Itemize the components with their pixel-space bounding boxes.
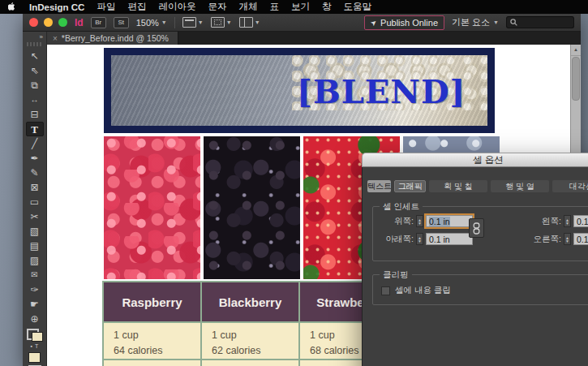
table-cell[interactable] bbox=[202, 360, 298, 366]
panel-collapse-button[interactable]: » bbox=[23, 33, 46, 41]
menu-indesign[interactable]: InDesign CC bbox=[29, 2, 84, 12]
publish-online-button[interactable]: ➤ Publish Online bbox=[364, 15, 444, 30]
fill-stroke-swatches[interactable] bbox=[27, 329, 43, 342]
close-tab-icon[interactable]: × bbox=[53, 34, 58, 43]
workspace-label: 기본 요소 bbox=[452, 16, 490, 28]
menubar: InDesign CC 파일 편집 레이아웃 문자 개체 표 보기 창 도움말 bbox=[0, 0, 588, 14]
view-options-dropdown[interactable]: ▼ bbox=[182, 17, 204, 28]
pencil-tool[interactable]: ✎ bbox=[26, 166, 44, 180]
menu-help[interactable]: 도움말 bbox=[343, 1, 371, 13]
menu-object[interactable]: 개체 bbox=[238, 1, 257, 13]
bridge-button[interactable]: Br bbox=[91, 17, 106, 28]
zoom-level-dropdown[interactable]: 150% ▼ bbox=[136, 18, 167, 28]
direct-selection-tool[interactable]: ⇖ bbox=[26, 63, 44, 78]
tab-strokes-fills[interactable]: 획 및 칠 bbox=[429, 180, 487, 192]
clip-contents-label: 셀에 내용 클립 bbox=[395, 285, 451, 296]
inset-bottom-value: 0.1 in bbox=[429, 235, 450, 244]
content-collector-tool[interactable]: ⊟ bbox=[26, 107, 44, 122]
inset-bottom-field[interactable]: 0.1 in bbox=[426, 233, 473, 245]
chevron-down-icon: ▼ bbox=[161, 19, 167, 25]
inset-left-field[interactable]: 0.1 in bbox=[573, 215, 588, 227]
table-cell[interactable]: 1 cup 62 calories bbox=[202, 323, 298, 359]
calorie-count: 68 calories bbox=[310, 345, 358, 356]
clip-contents-checkbox[interactable] bbox=[381, 286, 390, 295]
workspace-switcher[interactable]: 기본 요소 ▼ bbox=[452, 16, 499, 28]
app-bar: Id Br St 150% ▼ ▼ ▼ ▼ ➤ Publ bbox=[23, 14, 581, 32]
inset-right-row: 오른쪽: ▲▼ 0.1 in bbox=[524, 233, 588, 245]
formatting-affects-container-icon[interactable]: ▪ bbox=[31, 343, 32, 349]
screen-mode-icon bbox=[211, 17, 225, 28]
menu-table[interactable]: 표 bbox=[269, 1, 279, 13]
tab-text[interactable]: 텍스트 bbox=[367, 180, 391, 192]
fill-swatch[interactable] bbox=[32, 332, 43, 342]
menu-type[interactable]: 문자 bbox=[208, 1, 226, 13]
gap-tool[interactable]: ↔ bbox=[26, 93, 44, 107]
menu-view[interactable]: 보기 bbox=[291, 1, 310, 13]
gradient-swatch-tool[interactable]: ▤ bbox=[26, 239, 44, 253]
clipping-legend: 클리핑 bbox=[380, 269, 412, 281]
eyedropper-tool[interactable]: ✑ bbox=[26, 282, 44, 297]
table-header-cell[interactable]: Blackberry bbox=[202, 282, 298, 321]
inset-bottom-label: 아래쪽: bbox=[376, 234, 414, 245]
chain-link-icon bbox=[473, 222, 480, 235]
inset-right-field[interactable]: 0.1 in bbox=[573, 233, 588, 245]
arrange-documents-icon bbox=[239, 17, 253, 28]
blend-banner-frame[interactable]: [BLEND] bbox=[104, 48, 495, 133]
selection-tool[interactable]: ↖ bbox=[26, 49, 44, 63]
line-tool[interactable]: ╱ bbox=[26, 136, 44, 151]
free-transform-tool[interactable]: ▧ bbox=[26, 224, 44, 239]
scroll-up-arrow[interactable]: ▲ bbox=[571, 45, 581, 56]
rectangle-tool[interactable]: ▭ bbox=[26, 195, 44, 209]
zoom-window-button[interactable] bbox=[58, 18, 67, 27]
calorie-count: 64 calories bbox=[114, 345, 162, 356]
scissors-tool[interactable]: ✂ bbox=[26, 209, 44, 224]
dialog-title[interactable]: 셀 옵션 bbox=[362, 153, 588, 167]
menu-layout[interactable]: 레이아웃 bbox=[158, 1, 195, 13]
formatting-affects-text-icon[interactable]: T bbox=[35, 343, 38, 349]
panel-grip[interactable] bbox=[27, 42, 42, 46]
page-tool[interactable]: ⧉ bbox=[26, 78, 44, 93]
tab-rows-columns[interactable]: 행 및 열 bbox=[491, 180, 549, 192]
stepper-icon[interactable]: ▲▼ bbox=[416, 215, 423, 227]
hand-tool[interactable]: ☛ bbox=[26, 297, 44, 312]
clip-contents-row[interactable]: 셀에 내용 클립 bbox=[381, 285, 451, 296]
dialog-tab-strip: 텍스트 그래픽 획 및 칠 행 및 열 대각선 bbox=[367, 180, 588, 192]
frame-tool[interactable]: ⊠ bbox=[26, 180, 44, 195]
make-all-settings-same-button[interactable] bbox=[469, 218, 484, 238]
scrollbar-thumb[interactable] bbox=[572, 57, 580, 101]
table-header-cell[interactable]: Raspberry bbox=[104, 282, 200, 321]
inset-top-field[interactable]: 0.1 in bbox=[426, 215, 473, 227]
document-tab[interactable]: × *Berry_Before.indd @ 150% bbox=[47, 32, 178, 45]
search-icon bbox=[510, 19, 517, 26]
note-tool[interactable]: ✉ bbox=[26, 268, 44, 282]
table-cell[interactable] bbox=[104, 360, 200, 366]
menu-window[interactable]: 창 bbox=[322, 1, 332, 13]
arrange-documents-dropdown[interactable]: ▼ bbox=[239, 17, 260, 28]
inset-bottom-row: 아래쪽: ▲▼ 0.1 in bbox=[376, 233, 473, 245]
chevron-down-icon: ▼ bbox=[198, 19, 204, 25]
search-box[interactable] bbox=[506, 16, 574, 28]
stepper-icon[interactable]: ▲▼ bbox=[564, 215, 571, 227]
pen-tool[interactable]: ✒ bbox=[26, 151, 44, 166]
screen-mode-dropdown[interactable]: ▼ bbox=[211, 17, 232, 28]
apply-color-button[interactable] bbox=[28, 352, 41, 363]
menu-edit[interactable]: 편집 bbox=[127, 1, 146, 13]
table-cell[interactable]: 1 cup 64 calories bbox=[104, 323, 200, 359]
type-tool[interactable]: T bbox=[26, 122, 44, 136]
search-input[interactable] bbox=[520, 17, 570, 28]
view-options-icon bbox=[182, 17, 196, 28]
apple-menu-icon[interactable] bbox=[8, 2, 17, 12]
stepper-icon[interactable]: ▲▼ bbox=[416, 233, 423, 245]
raspberry-photo[interactable] bbox=[104, 136, 200, 279]
blackberry-photo[interactable] bbox=[204, 136, 300, 279]
menu-file[interactable]: 파일 bbox=[97, 1, 115, 13]
zoom-tool[interactable]: ⊕ bbox=[26, 312, 44, 326]
tab-diagonal-lines[interactable]: 대각선 bbox=[552, 180, 588, 192]
minimize-window-button[interactable] bbox=[44, 18, 53, 27]
gradient-feather-tool[interactable]: ▨ bbox=[26, 253, 44, 268]
stepper-icon[interactable]: ▲▼ bbox=[564, 233, 571, 245]
stock-button[interactable]: St bbox=[114, 17, 129, 28]
inset-right-label: 오른쪽: bbox=[524, 234, 561, 245]
close-window-button[interactable] bbox=[29, 18, 38, 27]
tab-graphic[interactable]: 그래픽 bbox=[394, 180, 426, 192]
